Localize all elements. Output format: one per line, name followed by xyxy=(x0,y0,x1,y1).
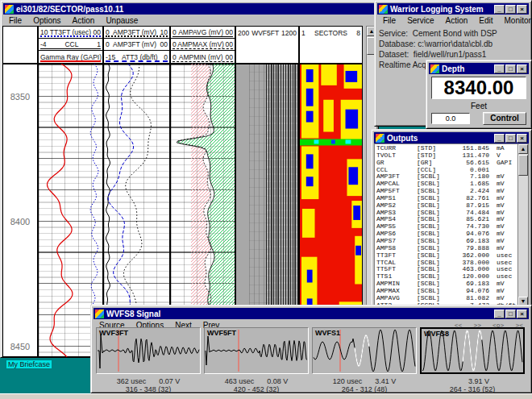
scale-amp3ft-1: 0 AMP3FT (mV) 10 xyxy=(104,27,169,39)
scroll-up-button[interactable]: ▲ xyxy=(518,144,528,154)
outputs-window: Outputs _ □ × TCURR [STD] 151.845 mA TVO… xyxy=(371,129,532,310)
briefcase-label[interactable]: My Briefcase xyxy=(6,360,52,368)
header-track2: 0 AMP3FT (mV) 10 0 AMP3FT (mV) 00 -15 AT… xyxy=(103,26,170,64)
outputs-scrollbar[interactable]: ▲ ▼ xyxy=(517,143,529,307)
waveform-name: WVF3FT xyxy=(99,329,128,337)
outputs-titlebar[interactable]: Outputs _ □ × xyxy=(374,132,529,143)
depth-unit: Feet xyxy=(426,102,531,110)
menu-edit[interactable]: Edit xyxy=(473,16,498,25)
scale-ampavg: 0 AMPAVG (mV) 00 xyxy=(171,27,235,39)
minimize-icon[interactable]: _ xyxy=(494,5,505,14)
control-button[interactable]: Control xyxy=(483,112,526,125)
app-icon xyxy=(379,5,388,14)
taskbar-strip[interactable] xyxy=(0,393,532,399)
waveform-plot[interactable]: WVF5FT xyxy=(204,327,309,374)
ampmin-curve-style xyxy=(172,61,233,62)
menu-unpause[interactable]: Unpause xyxy=(100,16,143,25)
menu-service[interactable]: Service xyxy=(401,16,439,25)
signal-window: WVFS8 Signal _ □ × Source Options Next P… xyxy=(90,305,532,393)
minimize-icon[interactable]: _ xyxy=(494,134,505,143)
waveform-panel-wvf5ft[interactable]: WVF5FT 463 usec 0.08 V 420 - 452 (32) xyxy=(204,327,309,392)
log-titlebar[interactable]: ei301/82/SECTOR/pass10.11 xyxy=(3,3,376,15)
waveform-time: 463 usec xyxy=(225,377,255,385)
waveform-plot-selected[interactable]: WVFS8 xyxy=(420,327,525,374)
maximize-icon[interactable]: □ xyxy=(505,64,516,73)
app-icon xyxy=(430,64,439,73)
output-row: TT5FT [SCBL] 463.000 usec xyxy=(376,266,516,273)
header-track1: 10 TT3FT (usec) 00 -4 CCL 1 Gamma Ray (G… xyxy=(38,26,103,64)
minimize-icon[interactable]: _ xyxy=(494,310,505,318)
minimize-icon[interactable]: _ xyxy=(494,64,505,73)
maximize-icon[interactable]: □ xyxy=(505,134,516,143)
amp3ft-curve-style xyxy=(106,35,168,37)
waveform-range: 264 - 312 (48) xyxy=(312,385,417,393)
maximize-icon[interactable]: □ xyxy=(505,310,516,318)
close-icon[interactable]: × xyxy=(517,64,527,73)
output-row: AMPS7 [SCBL] 69.183 mV xyxy=(376,238,516,245)
scale-tt3ft: 10 TT3FT (usec) 00 xyxy=(39,27,102,39)
dataset-line: Dataset: field/well/run1/pass1 xyxy=(379,49,528,60)
ampmax-curve-style xyxy=(172,48,233,49)
menu-action[interactable]: Action xyxy=(67,16,101,25)
warrior-titlebar[interactable]: Warrior Logging System _ □ × xyxy=(377,3,529,15)
depth-window-title: Depth xyxy=(442,64,464,73)
output-row: AMPS1 [SCBL] 82.761 mV xyxy=(376,195,516,202)
menu-action[interactable]: Action xyxy=(439,16,473,25)
scroll-thumb[interactable] xyxy=(518,155,528,176)
output-row: AMPS8 [SCBL] 79.888 mV xyxy=(376,245,516,252)
output-row: TCURR [STD] 151.845 mA xyxy=(376,145,516,152)
menu-file[interactable]: File xyxy=(377,16,401,25)
output-row: GR [GR] 56.615 GAPI xyxy=(376,160,516,167)
output-row: AMPS4 [SCBL] 85.621 mV xyxy=(376,216,516,223)
waveform-name: WVFS1 xyxy=(315,329,340,337)
header-track3: 0 AMPAVG (mV) 00 0 AMPMAX (mV) 00 0 AMPM… xyxy=(170,26,235,64)
waveform-time: 362 usec xyxy=(117,377,147,385)
header-depth xyxy=(2,26,38,64)
waveform-range: 420 - 452 (32) xyxy=(204,385,309,393)
signal-window-title: WVFS8 Signal xyxy=(106,310,160,318)
output-row: TT3FT [SCBL] 362.000 usec xyxy=(376,252,516,260)
waveform-panel-wvfs1[interactable]: WVFS1 120 usec 3.41 V 264 - 312 (48) xyxy=(312,327,417,392)
tt3ft-curve-style xyxy=(40,35,101,37)
scale-amp3ft-2: 0 AMP3FT (mV) 00 xyxy=(104,39,169,51)
waveform-panel-wvf3ft[interactable]: WVF3FT 362 usec 0.07 V 316 - 348 (32) xyxy=(96,327,201,392)
depth-window: Depth _ □ × 8340.00 Feet 0.0 Control xyxy=(426,60,532,129)
waveform-plot[interactable]: WVF3FT xyxy=(96,327,201,374)
depth-track: 8350 8400 8450 xyxy=(2,64,38,357)
menu-monitor[interactable]: Monitor xyxy=(499,16,532,25)
depth-titlebar[interactable]: Depth _ □ × xyxy=(429,63,529,74)
database-line: Database: c:\warrior\data\cbl.db xyxy=(379,39,528,49)
maximize-icon[interactable]: □ xyxy=(505,5,516,14)
app-icon xyxy=(95,310,104,318)
menu-options[interactable]: Options xyxy=(27,16,66,25)
waveform-volt: 3.91 V xyxy=(468,377,489,385)
menu-file[interactable]: File xyxy=(3,16,27,25)
waveform-panel-wvfs8[interactable]: WVFS8 3.91 V 264 - 316 (52) xyxy=(420,327,525,392)
scale-ampmax: 0 AMPMAX (mV) 00 xyxy=(171,39,235,51)
close-icon[interactable]: × xyxy=(517,310,527,318)
outputs-list: TCURR [STD] 151.845 mA TVOLT [STD] 131.4… xyxy=(374,143,518,307)
output-row: TVOLT [STD] 131.470 V xyxy=(376,152,516,160)
waveform-range: 316 - 348 (32) xyxy=(96,385,201,393)
scale-ampmin: 0 AMPMIN (mV) 00 xyxy=(171,51,235,63)
depth-rate-field[interactable]: 0.0 xyxy=(431,113,470,124)
waveform-volt: 3.41 V xyxy=(375,377,396,385)
signal-titlebar[interactable]: WVFS8 Signal _ □ × xyxy=(94,308,529,319)
close-icon[interactable]: × xyxy=(517,134,527,143)
scale-sectors: 1 SECTORS 8 xyxy=(300,27,362,39)
output-unit xyxy=(489,167,497,174)
output-row: TTCAL [SCBL] 378.000 usec xyxy=(376,260,516,267)
output-row: AMPAVG [SCBL] 81.082 mV xyxy=(376,295,516,302)
outputs-window-title: Outputs xyxy=(387,134,418,143)
header-track4: 200 WVF5FT 1200 xyxy=(235,26,299,64)
scale-gamma-ray: Gamma Ray (GAPI) xyxy=(39,51,102,63)
waveform-plot[interactable]: WVFS1 xyxy=(312,327,417,374)
log-window-title: ei301/82/SECTOR/pass10.11 xyxy=(16,5,123,14)
close-icon[interactable]: × xyxy=(517,5,527,14)
waveform-name: WVFS8 xyxy=(424,330,449,338)
ampavg-curve-style xyxy=(172,36,233,37)
output-row: AMPS3 [SCBL] 74.484 mV xyxy=(376,210,516,217)
scale-ccl: -4 CCL 1 xyxy=(39,39,102,51)
app-icon xyxy=(5,5,14,14)
waveform-name: WVF5FT xyxy=(207,329,236,337)
